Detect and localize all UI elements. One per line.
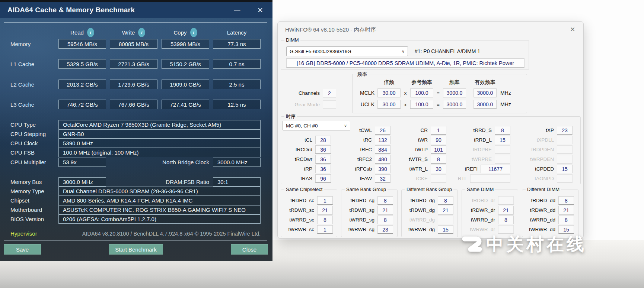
write-header-label: Write: [122, 29, 135, 36]
timing-value: 8: [431, 155, 446, 164]
bench-value: 0.7 ns: [213, 59, 261, 69]
start-benchmark-button[interactable]: Start Benchmark: [109, 244, 163, 255]
timing-label: tWRRD_dr: [463, 217, 495, 223]
uclk-reference-value: 100.0: [410, 100, 433, 109]
timing-value: 15: [495, 136, 510, 144]
read-header-label: Read: [70, 29, 84, 36]
save-button[interactable]: Save: [4, 244, 41, 255]
timing-field-trdrd-sc: tRDRD_sc1: [283, 196, 333, 205]
timing-field-trdwr-sg: tRDWR_sg21: [343, 206, 393, 214]
timing-value: 8: [558, 216, 574, 224]
column-header-copy: Copy i: [162, 27, 209, 38]
timing-field-twrpden: tWRPDEN: [522, 155, 573, 164]
info-row-label: Motherboard: [10, 207, 42, 213]
hwinfo-window-title: HWiNFO® 64 v8.10-5520 - 内存时序: [285, 26, 376, 33]
aida64-window-title: AIDA64 Cache & Memory Benchmark: [0, 6, 135, 14]
bench-value: 59546 MB/s: [58, 39, 106, 49]
timing-value: 28: [315, 136, 331, 144]
timing-value: 21: [377, 206, 393, 214]
timing-label: tCKE: [396, 176, 428, 181]
info-icon[interactable]: i: [87, 28, 94, 37]
column-header-latency: Latency: [213, 27, 261, 38]
dram-fsb-ratio-label: DRAM:FSB Ratio: [108, 179, 209, 185]
timing-value: 132: [375, 136, 390, 144]
info-row-label: Memory Bus: [10, 179, 42, 185]
bench-value: 5329.5 GB/s: [58, 59, 106, 69]
dimm-select[interactable]: G.Skill F5-6000J2836G16G ∨: [286, 46, 408, 56]
freq-row-name: MCLK: [358, 90, 374, 96]
timing-field-trdpden: tRDPDEN: [522, 145, 573, 154]
timing-value: 884: [375, 145, 390, 154]
timing-label: tXPDLL: [522, 137, 554, 143]
aida64-window: AIDA64 Cache & Memory Benchmark — ✕ Read…: [0, 0, 272, 261]
timing-label: tRDWR_dd: [524, 207, 555, 213]
timing-label: tRDRD_sg: [343, 198, 374, 203]
timing-label: tRP: [281, 166, 312, 172]
close-icon[interactable]: ✕: [254, 2, 267, 18]
bench-value: 727.41 GB/s: [162, 100, 209, 109]
timing-field-trdrd-dg: tRDRD_dg8: [403, 196, 453, 205]
channels-field: Channels 2: [288, 89, 336, 97]
timing-value: [498, 196, 514, 205]
dimm-select-value: G.Skill F5-6000J2836G16G: [290, 49, 351, 54]
timing-field-trfcsb: tRFCsb390: [340, 165, 390, 173]
timing-label: tRDWR_dg: [403, 207, 435, 213]
timing-field-tras: tRAS96: [281, 174, 331, 183]
timing-field-taonpd: tAONPD: [522, 174, 573, 183]
timing-label: tXP: [522, 127, 554, 133]
bench-row-label: L2 Cache: [10, 81, 34, 88]
timing-label: tRFC: [340, 147, 372, 152]
timing-value: 15: [557, 165, 573, 173]
close-button[interactable]: Close: [231, 244, 268, 255]
column-header-read: Read i: [58, 27, 106, 38]
timing-label: RTL: [436, 176, 467, 181]
bench-value: 80085 MB/s: [110, 39, 157, 49]
minimize-icon[interactable]: —: [231, 2, 243, 18]
timing-field-tfaw: tFAW32: [340, 174, 390, 183]
timing-label: CR: [396, 127, 428, 133]
north-bridge-value: 3000.0 MHz: [213, 158, 261, 167]
timing-field-twtr-s: tWTR_S8: [396, 155, 446, 164]
bench-value: 77.3 ns: [213, 39, 261, 49]
timing-label: tAONPD: [522, 176, 554, 181]
channels-label: Channels: [288, 90, 320, 96]
timing-value: [470, 174, 510, 183]
equals-sign: =: [433, 90, 443, 96]
group-title: Different Bank Group: [405, 187, 453, 192]
uclk-effective-value: 3000.0: [474, 100, 497, 109]
timing-value: 23: [377, 225, 393, 234]
timing-value: 23: [557, 126, 573, 135]
uclk-unit: MHz: [500, 101, 511, 107]
info-row-value: GNR-B0: [58, 129, 261, 139]
timing-field-trdrd-dd: tRDRD_dd8: [524, 196, 574, 205]
timing-field-trdwr-sc: tRDWR_sc21: [283, 206, 333, 214]
mclk-reference-value: 100.0: [410, 88, 433, 97]
timing-field-twrwr-sc: tWRWR_sc1: [283, 225, 333, 234]
timing-field-trdwr-dg: tRDWR_dg21: [403, 206, 453, 214]
timing-field-tcwl: tCWL26: [340, 126, 390, 135]
bench-row-label: L1 Cache: [10, 61, 34, 67]
info-row-value: ASUSTeK COMPUTER INC. ROG STRIX B850-A G…: [58, 205, 261, 214]
timing-field-txp: tXP23: [522, 126, 573, 135]
timings-group-title: 时序: [284, 113, 297, 120]
close-icon[interactable]: ✕: [568, 25, 577, 34]
timing-label: tWRWR_dd: [524, 227, 555, 232]
timing-field-trdrd-dr: tRDRD_dr: [463, 196, 514, 205]
bench-value: 746.72 GB/s: [58, 100, 106, 109]
timing-field-trcdwr: tRCDwr36: [281, 155, 331, 164]
timing-field-trc: tRC132: [340, 136, 390, 144]
timing-value: 36: [315, 145, 331, 154]
info-icon[interactable]: i: [138, 28, 145, 37]
timing-value: [438, 216, 453, 224]
info-icon[interactable]: i: [190, 28, 197, 37]
timing-field-tcpded: tCPDED15: [522, 165, 573, 173]
timing-label: tCWL: [340, 127, 372, 133]
gear-mode-field: Gear Mode: [288, 100, 336, 109]
timing-field-twrpre: tWRPRE: [460, 155, 510, 164]
group-title: Same Bank Group: [345, 187, 388, 192]
dimm-slot-label: #1: P0 CHANNEL A/DIMM 1: [415, 48, 480, 54]
bench-value: 53998 MB/s: [162, 39, 209, 49]
dimm-group-title: DIMM: [284, 37, 300, 43]
equals-sign: =: [433, 102, 443, 107]
aida64-titlebar: AIDA64 Cache & Memory Benchmark — ✕: [0, 2, 272, 18]
